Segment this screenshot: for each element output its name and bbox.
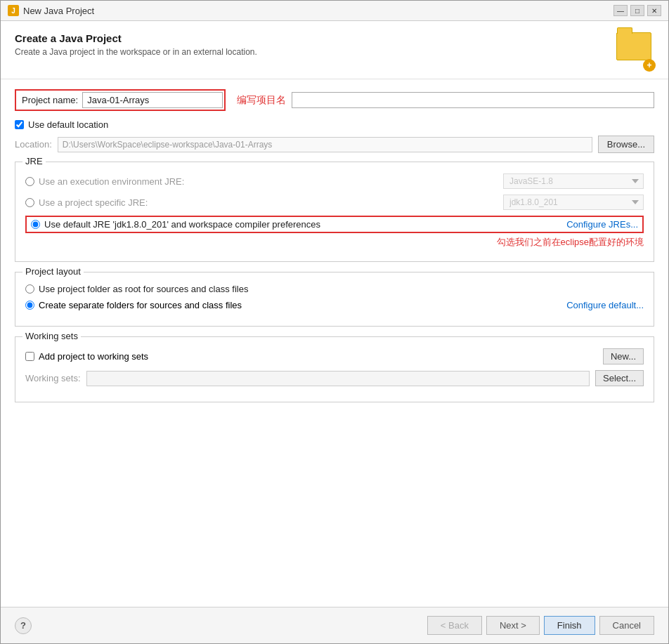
working-sets-input[interactable] xyxy=(86,371,590,386)
jre-option1-radio[interactable] xyxy=(25,177,34,186)
window-controls: — □ ✕ xyxy=(613,5,661,16)
header-section: Create a Java Project Create a Java proj… xyxy=(1,21,668,79)
working-sets-label: Working sets xyxy=(22,331,81,341)
project-name-annotation: 编写项目名 xyxy=(237,94,286,107)
select-working-sets-button[interactable]: Select... xyxy=(595,370,644,386)
layout-option1-radio[interactable] xyxy=(25,284,34,294)
jre-option2-radio[interactable] xyxy=(25,198,34,207)
use-default-location-label: Use default location xyxy=(28,119,108,130)
jre-section-label: JRE xyxy=(22,156,46,166)
header-icon: + xyxy=(616,32,654,70)
project-layout-label: Project layout xyxy=(22,266,84,277)
working-sets-field-label: Working sets: xyxy=(25,373,81,383)
title-bar: J New Java Project — □ ✕ xyxy=(1,1,668,21)
new-working-set-button[interactable]: New... xyxy=(603,348,644,364)
header-subtitle: Create a Java project in the workspace o… xyxy=(15,47,257,57)
configure-default-link[interactable]: Configure default... xyxy=(566,300,644,310)
configure-jres-link[interactable]: Configure JREs... xyxy=(566,219,638,230)
layout-option1-label: Use project folder as root for sources a… xyxy=(39,284,644,294)
jre-option2-label: Use a project specific JRE: xyxy=(39,197,503,208)
jre-option3-row: Use default JRE 'jdk1.8.0_201' and works… xyxy=(25,216,644,233)
location-row: Location: Browse... xyxy=(15,136,654,153)
navigation-buttons: < Back Next > Finish Cancel xyxy=(427,616,654,635)
dialog-title: New Java Project xyxy=(23,6,609,16)
back-button[interactable]: < Back xyxy=(427,616,482,635)
working-sets-section: Working sets Add project to working sets… xyxy=(15,336,654,402)
project-layout-section: Project layout Use project folder as roo… xyxy=(15,272,654,327)
next-button[interactable]: Next > xyxy=(486,616,540,635)
button-bar: ? < Back Next > Finish Cancel xyxy=(1,607,668,643)
use-default-location-checkbox[interactable] xyxy=(15,120,24,129)
jre-annotation: 勾选我们之前在eclipse配置好的环境 xyxy=(25,236,644,249)
app-icon: J xyxy=(8,5,19,16)
jre-option3-radio[interactable] xyxy=(31,220,40,229)
layout-option2-row: Create separate folders for sources and … xyxy=(25,300,644,310)
header-title: Create a Java Project xyxy=(15,32,257,44)
location-label: Location: xyxy=(15,139,52,150)
content-area: Project name: 编写项目名 Use default location… xyxy=(1,79,668,607)
jre-option1-select[interactable]: JavaSE-1.8 xyxy=(503,173,644,189)
project-name-full-input[interactable] xyxy=(292,92,654,108)
jre-section: JRE Use an execution environment JRE: Ja… xyxy=(15,162,654,262)
layout-option2-radio[interactable] xyxy=(25,301,34,310)
location-input[interactable] xyxy=(58,137,592,152)
folder-badge: + xyxy=(643,59,656,72)
browse-button[interactable]: Browse... xyxy=(598,136,654,153)
jre-option2-select[interactable]: jdk1.8.0_201 xyxy=(503,195,644,210)
minimize-button[interactable]: — xyxy=(613,5,628,16)
new-java-project-dialog: J New Java Project — □ ✕ Create a Java P… xyxy=(0,0,669,644)
jre-option1-row: Use an execution environment JRE: JavaSE… xyxy=(25,173,644,189)
project-name-input[interactable] xyxy=(82,92,223,108)
help-button[interactable]: ? xyxy=(15,617,32,634)
jre-option1-label: Use an execution environment JRE: xyxy=(39,176,503,187)
layout-option1-row: Use project folder as root for sources a… xyxy=(25,284,644,294)
close-button[interactable]: ✕ xyxy=(647,5,661,16)
working-sets-checkbox-row: Add project to working sets New... xyxy=(25,348,644,364)
bottom-spacer xyxy=(15,412,654,597)
cancel-button[interactable]: Cancel xyxy=(599,616,654,635)
project-name-label: Project name: xyxy=(18,93,82,107)
jre-option3-label: Use default JRE 'jdk1.8.0_201' and works… xyxy=(44,219,566,230)
maximize-button[interactable]: □ xyxy=(630,5,644,16)
project-name-box: Project name: xyxy=(15,89,226,111)
folder-icon xyxy=(616,32,651,60)
use-default-location-row: Use default location xyxy=(15,119,654,130)
layout-option2-label: Create separate folders for sources and … xyxy=(39,300,242,310)
add-to-working-sets-label: Add project to working sets xyxy=(39,351,148,362)
header-text: Create a Java Project Create a Java proj… xyxy=(15,32,257,57)
add-to-working-sets-checkbox[interactable] xyxy=(25,352,34,361)
project-name-row: Project name: 编写项目名 xyxy=(15,89,654,111)
jre-option2-row: Use a project specific JRE: jdk1.8.0_201 xyxy=(25,195,644,210)
working-sets-input-row: Working sets: Select... xyxy=(25,370,644,386)
finish-button[interactable]: Finish xyxy=(544,616,595,635)
